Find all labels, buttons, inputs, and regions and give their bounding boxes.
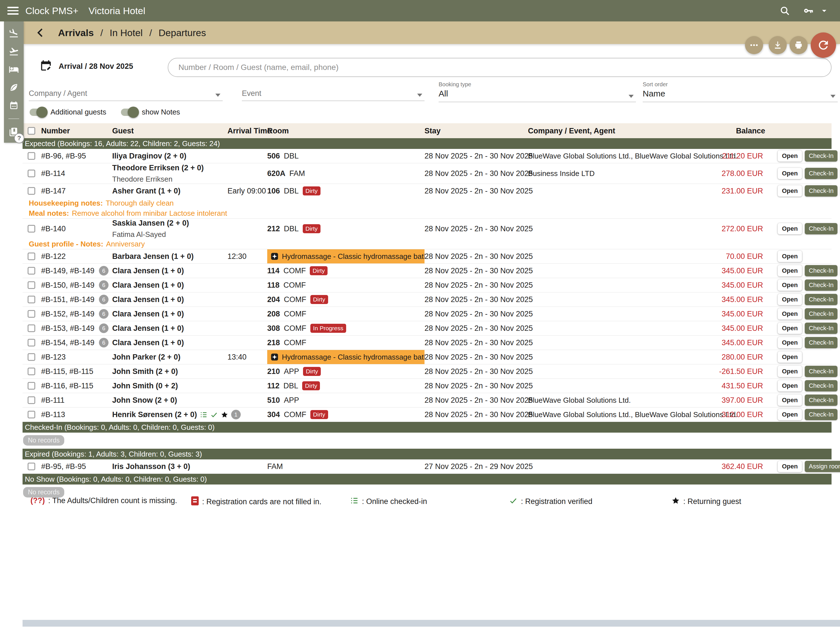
row-checkbox[interactable] [28,325,35,332]
check-in-button[interactable]: Check-In [805,337,837,348]
refresh-button[interactable] [811,32,836,58]
open-button[interactable]: Open [778,337,802,348]
open-button[interactable]: Open [778,150,802,162]
row-checkbox[interactable] [28,225,35,233]
balance-value: 272.00 EUR [722,225,763,233]
open-button[interactable]: Open [778,294,802,305]
table-body: Expected (Bookings: 16, Adults: 22, Chil… [22,138,832,501]
open-button[interactable]: Open [778,323,802,334]
check-in-button[interactable]: Check-In [805,394,837,406]
assign-room-button[interactable]: Assign room [805,461,840,472]
note: Housekeeping notes:Thorough daily clean [22,198,832,208]
print-button[interactable] [789,36,808,54]
show-notes-toggle[interactable]: show Notes [121,108,180,116]
row-checkbox[interactable] [28,368,35,375]
open-button[interactable]: Open [778,265,802,276]
search-icon[interactable] [779,5,790,16]
guest-name: Saskia Jansen (2 + 0) [112,219,189,228]
company-agent-dropdown[interactable]: Company / Agent [29,86,223,101]
bed-in-hotel-icon[interactable] [9,64,19,74]
room-cell: 212DBLDirty [267,224,321,233]
additional-guest-name: Fatima Al-Sayed [112,230,189,239]
check-in-button[interactable]: Check-In [805,294,837,305]
check-in-button[interactable]: Check-In [805,409,837,420]
row-checkbox[interactable] [28,339,35,347]
row-checkbox[interactable] [28,382,35,390]
row-checkbox[interactable] [28,396,35,404]
open-button[interactable]: Open [778,380,802,391]
check-in-button[interactable]: Check-In [805,185,837,196]
check-in-button[interactable]: Check-In [805,380,837,391]
arrival-date-filter[interactable]: Arrival / 28 Nov 2025 [39,59,133,73]
open-button[interactable]: Open [778,168,802,179]
row-checkbox[interactable] [28,353,35,361]
breadcrumb-in-hotel[interactable]: In Hotel [110,27,143,38]
open-button[interactable]: Open [778,366,802,377]
check-in-button[interactable]: Check-In [805,265,837,276]
row-checkbox[interactable] [28,282,35,289]
check-in-button[interactable]: Check-In [805,150,837,162]
plane-landing-arrivals-icon[interactable] [9,28,19,38]
row-checkbox[interactable] [28,152,35,160]
header-room: Room [267,126,289,135]
more-actions-button[interactable] [745,36,763,54]
select-all-checkbox[interactable] [28,127,35,135]
check-in-button[interactable]: Check-In [805,308,837,320]
back-chevron-icon[interactable] [35,26,47,40]
download-button[interactable] [769,36,787,54]
check-in-button[interactable]: Check-In [805,279,837,291]
row-checkbox[interactable] [28,463,35,470]
guest-cell: John Parker (2 + 0) [112,353,180,361]
check-in-button[interactable]: Check-In [805,323,837,334]
account-caret-down-icon[interactable] [819,5,830,16]
help-icon[interactable]: ? [14,133,24,143]
row-checkbox[interactable] [28,310,35,318]
search-input[interactable] [168,63,831,72]
open-button[interactable]: Open [778,223,802,234]
event-dropdown[interactable]: Event [242,86,425,101]
row-checkbox[interactable] [28,411,35,418]
breadcrumb-arrivals[interactable]: Arrivals [58,27,94,38]
row-checkbox[interactable] [28,267,35,275]
check-in-button[interactable]: Check-In [805,168,837,179]
check-in-button[interactable]: Check-In [805,223,837,234]
menu-icon[interactable] [7,5,19,16]
row-checkbox[interactable] [28,296,35,303]
stay-dates: 28 Nov 2025 - 2n - 30 Nov 2025 [425,266,533,275]
plane-takeoff-departures-icon[interactable] [9,46,19,56]
row-actions: OpenCheck-In [778,150,840,162]
row-checkbox[interactable] [28,253,35,260]
row-checkbox[interactable] [28,187,35,195]
open-button[interactable]: Open [778,279,802,291]
open-button[interactable]: Open [778,394,802,406]
balance-value: 431.50 EUR [722,382,763,390]
booking-number: #B-150, #B-1496 [41,280,109,290]
open-button[interactable]: Open [778,251,802,262]
check-in-button[interactable]: Check-In [805,366,837,377]
calendar-edit-icon [39,59,52,73]
open-button[interactable]: Open [778,185,802,196]
breadcrumb-departures[interactable]: Departures [159,27,206,38]
open-button[interactable]: Open [778,352,802,363]
stay-dates: 28 Nov 2025 - 2n - 30 Nov 2025 [425,338,533,347]
legend-returning-guest: : Returning guest [671,496,741,507]
open-button[interactable]: Open [778,308,802,320]
stay-dates: 28 Nov 2025 - 2n - 30 Nov 2025 [425,353,533,361]
horizontal-scrollbar[interactable] [22,620,840,627]
room-status-badge: Dirty [303,224,321,233]
booking-number: #B-140 [41,225,66,233]
note: Meal notes:Remove alcohol from minibar L… [22,208,832,218]
section-header: Checked-In (Bookings: 0, Adults: 0, Chil… [22,422,832,432]
additional-guests-toggle[interactable]: Additional guests [30,108,106,116]
row-checkbox[interactable] [28,170,35,177]
leaf-housekeeping-icon[interactable] [9,82,19,92]
open-button[interactable]: Open [778,409,802,420]
guest-name: Asher Grant (1 + 0) [112,187,180,195]
stay-dates: 28 Nov 2025 - 2n - 30 Nov 2025 [425,324,533,333]
stay-dates: 27 Nov 2025 - 2n - 29 Nov 2025 [425,462,533,471]
sort-order-dropdown[interactable]: Sort order Name [643,81,838,102]
key-icon[interactable] [803,5,814,16]
open-button[interactable]: Open [778,461,802,472]
booking-type-dropdown[interactable]: Booking type All [439,81,636,102]
calendar-events-icon[interactable] [9,100,19,111]
